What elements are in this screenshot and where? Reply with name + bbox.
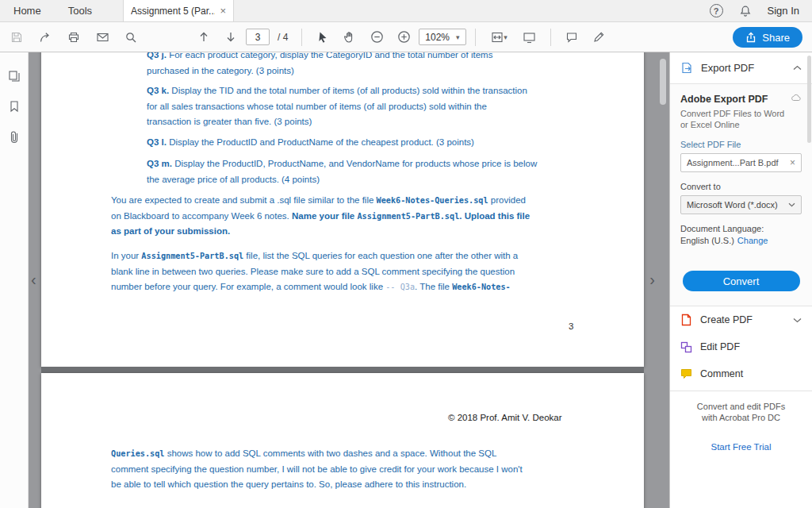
doc-text-run: Display the ProductID and ProductName of… <box>167 137 474 147</box>
create-pdf-row[interactable]: Create PDF <box>670 306 812 333</box>
document-scrollbar[interactable] <box>658 52 668 508</box>
zoom-in-button[interactable] <box>392 26 416 48</box>
doc-text-run: Week6-Notes-Queries.sql <box>377 196 488 205</box>
document-viewport[interactable]: Q3 j. For each product category, display… <box>29 52 669 508</box>
next-page-button[interactable] <box>219 26 243 48</box>
reading-mode-icon <box>523 31 536 44</box>
search-icon <box>124 31 137 44</box>
left-sidebar <box>0 52 29 508</box>
convert-to-label: Convert to <box>680 182 802 191</box>
attachments-paperclip-icon[interactable] <box>9 130 20 144</box>
change-language-link[interactable]: Change <box>737 236 768 245</box>
doc-text-line: comment specifying the question number, … <box>111 462 523 478</box>
doc-text-run: Q3 l. <box>147 137 167 147</box>
help-glyph: ? <box>714 6 719 16</box>
convert-button-label: Convert <box>723 275 760 287</box>
doc-text-line: purchased in the category. (3 points) <box>147 64 492 79</box>
notifications-bell-icon[interactable] <box>739 5 752 17</box>
document-tab-label: Assignment 5 (Par... <box>131 6 215 17</box>
start-free-trial-link[interactable]: Start Free Trial <box>710 442 771 452</box>
format-dropdown[interactable]: Microsoft Word (*.docx) <box>680 195 802 214</box>
highlight-tool-button[interactable] <box>587 26 611 48</box>
arrow-down-icon <box>225 31 236 43</box>
doc-text-run: on Blackboard to accompany Week 6 notes. <box>111 211 292 221</box>
toolbar-separator <box>301 29 302 46</box>
print-button[interactable] <box>62 26 86 48</box>
doc-paragraph-expected: You are expected to create and submit a … <box>111 193 530 240</box>
zoom-out-button[interactable] <box>365 26 389 48</box>
chevron-down-icon <box>793 318 802 323</box>
sign-in-link[interactable]: Sign In <box>768 5 799 17</box>
doc-text-run: Display the ProductID, ProductName, and … <box>172 159 537 168</box>
document-scrollbar-thumb[interactable] <box>660 59 666 105</box>
doc-text-line: transaction is greater than five. (3 poi… <box>147 114 527 130</box>
adobe-export-pdf-subtitle: Convert PDF Files to Word or Excel Onlin… <box>680 108 791 130</box>
tab-tools[interactable]: Tools <box>55 0 105 21</box>
reading-mode-button[interactable] <box>518 26 542 48</box>
save-button[interactable] <box>5 26 29 48</box>
doc-text-line: be able to tell which question the query… <box>111 477 523 493</box>
page-thumbnails-icon[interactable] <box>8 70 21 83</box>
doc-text-line: Q3 k. Display the TID and the total numb… <box>147 83 527 99</box>
doc-text-run: purchased in the category. (3 points) <box>147 66 294 75</box>
page-separator <box>41 367 644 373</box>
doc-text-run: for all sales transactions whose total n… <box>147 102 487 111</box>
page-number-input[interactable]: 3 <box>246 29 270 45</box>
document-tab[interactable]: Assignment 5 (Par... × <box>123 0 234 21</box>
doc-text-run: Queries.sql <box>111 449 164 458</box>
doc-text-run: Q3 k. <box>147 86 169 95</box>
doc-text-run: comment specifying the question number, … <box>111 464 523 474</box>
doc-text-run: In your <box>111 251 141 260</box>
share-file-button[interactable] <box>33 26 57 48</box>
share-button[interactable]: Share <box>733 27 802 48</box>
doc-text-line: You are expected to create and submit a … <box>111 193 530 209</box>
page-number-value: 3 <box>255 32 261 43</box>
chevron-down-icon <box>788 202 795 207</box>
toolbar-separator <box>475 29 476 46</box>
doc-text-line: Q3 m. Display the ProductID, ProductName… <box>147 156 537 172</box>
comment-tool-button[interactable] <box>560 26 584 48</box>
envelope-icon <box>96 31 109 44</box>
previous-page-button[interactable] <box>192 26 216 48</box>
selected-file-box[interactable]: Assignment...Part B.pdf × <box>680 153 802 172</box>
zoom-level-value: 102% <box>425 32 450 43</box>
adobe-export-pdf-pane: Adobe Export PDF Convert PDF Files to Wo… <box>670 84 812 306</box>
doc-text-run: You are expected to create and submit a … <box>111 195 377 205</box>
clear-file-icon[interactable]: × <box>790 157 795 168</box>
next-page-arrow[interactable]: › <box>649 271 655 287</box>
selected-file-name: Assignment...Part B.pdf <box>687 158 787 167</box>
pdf-page-4: © 2018 Prof. Amit V. Deokar Queries.sql … <box>41 373 644 508</box>
doc-copyright-line: © 2018 Prof. Amit V. Deokar <box>448 410 562 426</box>
doc-paragraph-inyour: In your Assignment5-PartB.sql file, list… <box>111 248 518 295</box>
fit-width-button[interactable]: ▾ <box>485 26 515 48</box>
previous-page-arrow[interactable]: ‹ <box>31 271 36 287</box>
doc-text-line: Q3 l. Display the ProductID and ProductN… <box>147 135 474 151</box>
caret-down-icon: ▾ <box>456 33 460 41</box>
hand-tool-button[interactable] <box>338 26 362 48</box>
help-icon[interactable]: ? <box>710 4 723 17</box>
tab-tools-label: Tools <box>68 5 92 17</box>
search-button[interactable] <box>119 26 143 48</box>
select-tool-button[interactable] <box>311 26 335 48</box>
doc-text-run: . Upload this file <box>459 211 530 221</box>
toolbar-nav-group: 3 / 4 102% ▾ ▾ <box>192 22 611 52</box>
bookmarks-icon[interactable] <box>9 100 20 113</box>
zoom-level-dropdown[interactable]: 102% ▾ <box>419 29 465 45</box>
chevron-up-icon <box>793 65 802 71</box>
export-pdf-header[interactable]: Export PDF <box>670 52 812 84</box>
promo-line-2: with Acrobat Pro DC <box>676 412 806 423</box>
email-button[interactable] <box>90 26 114 48</box>
convert-button[interactable]: Convert <box>683 271 800 291</box>
doc-text-run: file, list the SQL queries for each ques… <box>243 251 518 260</box>
panel-scrollbar-thumb[interactable] <box>807 56 811 143</box>
comment-label: Comment <box>700 368 802 379</box>
caret-down-icon: ▾ <box>504 33 508 41</box>
pencil-icon <box>592 31 605 44</box>
doc-text-run: . The file <box>415 282 452 291</box>
comment-bubble-icon <box>565 31 578 44</box>
edit-pdf-row[interactable]: Edit PDF <box>670 333 812 360</box>
tab-home[interactable]: Home <box>0 0 55 21</box>
tab-close-icon[interactable]: × <box>220 6 226 16</box>
arrow-up-icon <box>198 31 209 43</box>
comment-row[interactable]: Comment <box>670 360 812 387</box>
